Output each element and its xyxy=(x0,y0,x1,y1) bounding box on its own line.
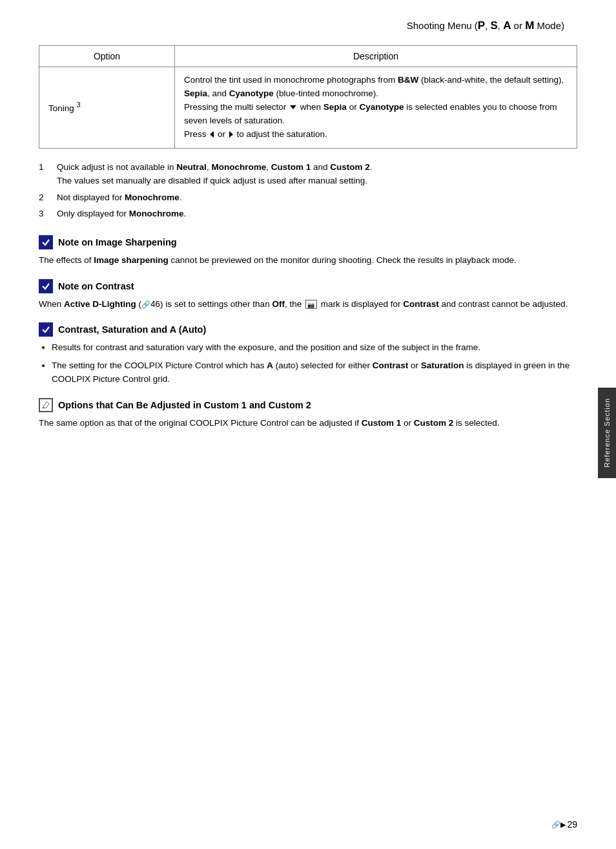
note-custom-options-body: The same option as that of the original … xyxy=(39,416,577,430)
checkmark-svg xyxy=(41,238,50,247)
page-header: Shooting Menu (P, S, A or M Mode) xyxy=(39,19,577,32)
page-number: 29 xyxy=(567,819,577,830)
note-contrast-title: Note on Contrast xyxy=(58,281,134,291)
footnote-2-content: Not displayed for Monochrome. xyxy=(57,191,182,205)
bullet-item-2: The setting for the COOLPIX Picture Cont… xyxy=(52,359,577,386)
mode-p: P xyxy=(478,19,485,32)
table-header-description: Description xyxy=(175,46,577,67)
note-image-sharpening-title: Note on Image Sharpening xyxy=(58,237,177,247)
checkmark-icon xyxy=(39,235,53,249)
option-toning: Toning 3 xyxy=(39,67,175,149)
page-footer: 🔗▶ 29 xyxy=(551,819,577,830)
bullet-item-1: Results for contrast and saturation vary… xyxy=(52,341,577,355)
contrast-saturation-list: Results for contrast and saturation vary… xyxy=(52,341,577,386)
footnote-2: 2 Not displayed for Monochrome. xyxy=(39,191,577,205)
checkmark-icon-2 xyxy=(39,279,53,293)
note-contrast-saturation: Contrast, Saturation and A (Auto) Result… xyxy=(39,322,577,386)
checkmark-icon-3 xyxy=(39,322,53,337)
note-contrast-saturation-header: Contrast, Saturation and A (Auto) xyxy=(39,322,577,337)
header-text: Shooting Menu (P, S, A or M Mode) xyxy=(407,20,564,31)
footnote-num-2: 2 xyxy=(39,191,50,205)
checkmark-svg-2 xyxy=(41,282,50,291)
options-table: Option Description Toning 3 Control the … xyxy=(39,45,577,149)
description-toning: Control the tint used in monochrome phot… xyxy=(175,67,577,149)
table-header-option: Option xyxy=(39,46,175,67)
footnote-3: 3 Only displayed for Monochrome. xyxy=(39,207,577,221)
note-custom-options-title: Options that Can Be Adjusted in Custom 1… xyxy=(58,400,311,410)
note-custom-options-header: Options that Can Be Adjusted in Custom 1… xyxy=(39,398,577,412)
note-image-sharpening-body: The effects of Image sharpening cannot b… xyxy=(39,253,577,267)
mode-s: S xyxy=(490,19,497,32)
note-contrast-body: When Active D-Lighting (🔗46) is set to s… xyxy=(39,297,577,311)
note-custom-options: Options that Can Be Adjusted in Custom 1… xyxy=(39,398,577,430)
footer-icon: 🔗▶ xyxy=(551,821,566,829)
checkmark-svg-3 xyxy=(41,325,50,334)
note-contrast-saturation-body: Results for contrast and saturation vary… xyxy=(39,341,577,386)
footnotes: 1 Quick adjust is not available in Neutr… xyxy=(39,160,577,221)
mode-m: M xyxy=(525,19,534,32)
sidebar-tab: Reference Section xyxy=(598,388,616,478)
footnote-3-content: Only displayed for Monochrome. xyxy=(57,207,186,221)
mode-a: A xyxy=(503,19,511,32)
note-contrast: Note on Contrast When Active D-Lighting … xyxy=(39,279,577,311)
note-contrast-saturation-title: Contrast, Saturation and A (Auto) xyxy=(58,324,206,335)
mark-icon: 📷 xyxy=(305,300,317,309)
note-contrast-header: Note on Contrast xyxy=(39,279,577,293)
note-image-sharpening-header: Note on Image Sharpening xyxy=(39,235,577,249)
footnote-num-1: 1 xyxy=(39,160,50,188)
note-image-sharpening: Note on Image Sharpening The effects of … xyxy=(39,235,577,267)
sidebar-label: Reference Section xyxy=(603,398,611,468)
footnote-1-content: Quick adjust is not available in Neutral… xyxy=(57,160,373,188)
footnote-num-3: 3 xyxy=(39,207,50,221)
table-row: Toning 3 Control the tint used in monoch… xyxy=(39,67,577,149)
page-content: Shooting Menu (P, S, A or M Mode) Option… xyxy=(0,0,616,481)
pencil-svg xyxy=(42,401,50,409)
footnote-1: 1 Quick adjust is not available in Neutr… xyxy=(39,160,577,188)
pencil-icon xyxy=(39,398,53,412)
